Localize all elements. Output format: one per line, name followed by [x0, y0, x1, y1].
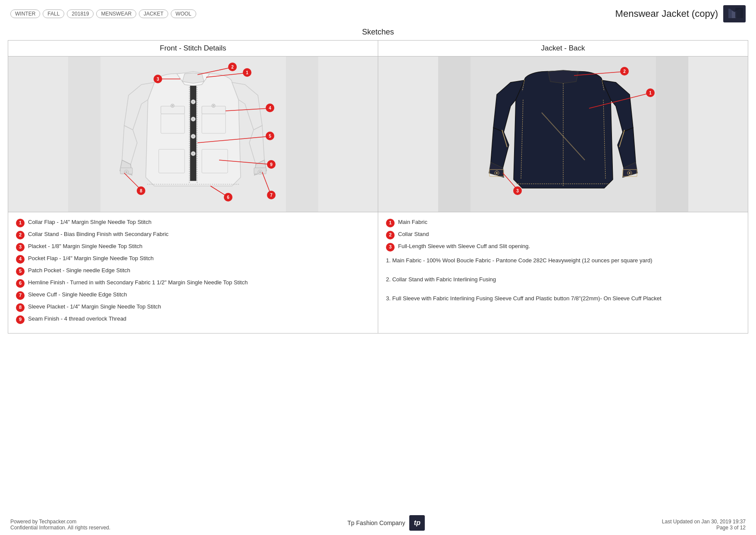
note-3: 3. Full Sleeve with Fabric Interlining F… [386, 294, 740, 303]
svg-point-14 [192, 135, 194, 137]
tag-winter: WINTER [10, 9, 40, 18]
svg-text:2: 2 [231, 65, 234, 69]
ann-badge-4: 4 [16, 255, 25, 264]
svg-point-23 [213, 105, 214, 107]
svg-point-12 [192, 118, 194, 120]
note-1: 1. Main Fabric - 100% Wool Boucle Fabric… [386, 256, 740, 265]
svg-point-31 [259, 171, 261, 173]
footer-last-updated: Last Updated on Jan 30, 2019 19:37 [662, 519, 746, 525]
left-annotation-item-7: 7Sleeve Cuff - Single Needle Edge Stitch [16, 291, 370, 300]
svg-rect-20 [161, 114, 185, 133]
left-annotation-item-2: 2Collar Stand - Bias Binding Finish with… [16, 230, 370, 239]
left-annotations-col: 1Collar Flap - 1/4" Margin SIngle Needle… [8, 212, 378, 333]
right-annotations-col: 1Main Fabric2Collar Stand3Full-Length Sl… [378, 212, 748, 333]
right-annotation-item-1: 1Main Fabric [386, 218, 740, 227]
svg-point-19 [172, 105, 173, 107]
left-annotation-item-6: 6Hemline Finish - Turned in with Seconda… [16, 279, 370, 288]
ann-badge-5: 5 [16, 267, 25, 276]
ann-badge-r3: 3 [386, 243, 395, 252]
ann-text-r2: Collar Stand [398, 230, 429, 238]
front-jacket-svg: 1 2 3 4 5 6 [68, 57, 318, 212]
ann-badge-r2: 2 [386, 231, 395, 239]
svg-rect-24 [202, 114, 226, 133]
back-panel-title: Jacket - Back [378, 41, 748, 57]
ann-text-6: Hemline Finish - Turned in with Secondar… [28, 279, 248, 286]
svg-text:8: 8 [140, 189, 142, 193]
left-annotation-item-5: 5Patch Pocket - Single needle Edge Stitc… [16, 267, 370, 276]
front-sketch-panel: Front - Stitch Details [8, 41, 378, 212]
footer-page: Page 3 of 12 [662, 525, 746, 531]
tag-fall: FALL [43, 9, 64, 18]
ann-text-9: Seam Finish - 4 thread overlock Thread [28, 315, 126, 323]
svg-text:2: 2 [623, 69, 626, 74]
front-sketch-area: 1 2 3 4 5 6 [8, 57, 378, 212]
front-panel-title: Front - Stitch Details [8, 41, 378, 57]
back-sketch-panel: Jacket - Back [378, 41, 748, 212]
page-title: Menswear Jacket (copy) [615, 8, 718, 19]
ann-text-3: Placket - 1/8" Margin Single Needle Top … [28, 242, 142, 250]
ann-text-5: Patch Pocket - Single needle Edge Stitch [28, 267, 130, 274]
jacket-thumbnail [723, 5, 746, 22]
ann-text-8: Sleeve Placket - 1/4" Margin Single Need… [28, 303, 161, 311]
ann-text-7: Sleeve Cuff - Single Needle Edge Stitch [28, 291, 127, 299]
ann-text-2: Collar Stand - Bias Binding Finish with … [28, 230, 169, 238]
back-sketch-area: 1 2 3 [378, 57, 748, 212]
tag-season: 201819 [67, 9, 94, 18]
header: WINTER FALL 201819 MENSWEAR JACKET WOOL … [0, 0, 756, 25]
svg-text:5: 5 [269, 134, 271, 138]
footer-confidential: Confidential Information. All rights res… [10, 525, 110, 531]
ann-text-r1: Main Fabric [398, 218, 427, 226]
tag-jacket: JACKET [139, 9, 168, 18]
svg-text:4: 4 [269, 106, 271, 110]
svg-rect-25 [159, 149, 185, 173]
left-annotation-item-8: 8Sleeve Placket - 1/4" Margin Single Nee… [16, 303, 370, 312]
note-2: 2. Collar Stand with Fabric Interlining … [386, 275, 740, 284]
ann-badge-6: 6 [16, 279, 25, 288]
svg-point-16 [192, 153, 194, 154]
right-annotation-item-2: 2Collar Stand [386, 230, 740, 239]
right-annotation-item-3: 3Full-Length Sleeve with Sleeve Cuff and… [386, 242, 740, 252]
back-jacket-svg: 1 2 3 [438, 57, 688, 212]
tags-row: WINTER FALL 201819 MENSWEAR JACKET WOOL [10, 9, 196, 18]
ann-badge-1: 1 [16, 219, 25, 227]
svg-text:9: 9 [270, 162, 273, 167]
footer-company-name: Tp Fashion Company [348, 519, 405, 526]
title-block: Menswear Jacket (copy) [615, 5, 746, 22]
svg-text:3: 3 [516, 189, 519, 193]
svg-rect-26 [202, 149, 228, 173]
ann-badge-9: 9 [16, 315, 25, 324]
svg-text:6: 6 [227, 195, 229, 200]
svg-point-29 [125, 171, 127, 173]
ann-badge-2: 2 [16, 231, 25, 239]
svg-text:1: 1 [649, 91, 652, 95]
left-annotation-item-9: 9Seam Finish - 4 thread overlock Thread [16, 315, 370, 324]
svg-text:3: 3 [157, 77, 159, 82]
svg-text:7: 7 [270, 193, 273, 198]
tag-wool: WOOL [171, 9, 196, 18]
ann-badge-7: 7 [16, 291, 25, 300]
ann-badge-8: 8 [16, 303, 25, 312]
ann-badge-3: 3 [16, 243, 25, 252]
svg-point-10 [192, 101, 194, 103]
footer: Powered by Techpacker.com Confidential I… [0, 508, 756, 535]
footer-center: Tp Fashion Company tp [348, 515, 425, 531]
footer-left: Powered by Techpacker.com Confidential I… [10, 519, 110, 531]
ann-text-1: Collar Flap - 1/4" Margin SIngle Needle … [28, 218, 151, 226]
ann-text-r3: Full-Length Sleeve with Sleeve Cuff and … [398, 242, 530, 250]
svg-point-64 [496, 172, 498, 174]
right-notes: 1. Main Fabric - 100% Wool Boucle Fabric… [386, 256, 740, 303]
ann-text-4: Pocket Flap - 1/4" Margin Single Needle … [28, 255, 154, 262]
ann-badge-r1: 1 [386, 219, 395, 227]
section-title: Sketches [0, 25, 756, 40]
tag-menswear: MENSWEAR [96, 9, 136, 18]
left-annotation-item-4: 4Pocket Flap - 1/4" Margin Single Needle… [16, 255, 370, 264]
svg-point-67 [629, 172, 631, 174]
annotations-section: 1Collar Flap - 1/4" Margin SIngle Needle… [8, 212, 748, 334]
footer-logo: tp [409, 515, 425, 531]
footer-right: Last Updated on Jan 30, 2019 19:37 Page … [662, 519, 746, 531]
svg-rect-1 [735, 8, 743, 18]
footer-powered: Powered by Techpacker.com [10, 519, 110, 525]
svg-text:1: 1 [246, 70, 248, 75]
left-annotation-item-3: 3Placket - 1/8" Margin Single Needle Top… [16, 242, 370, 252]
left-annotation-item-1: 1Collar Flap - 1/4" Margin SIngle Needle… [16, 218, 370, 227]
